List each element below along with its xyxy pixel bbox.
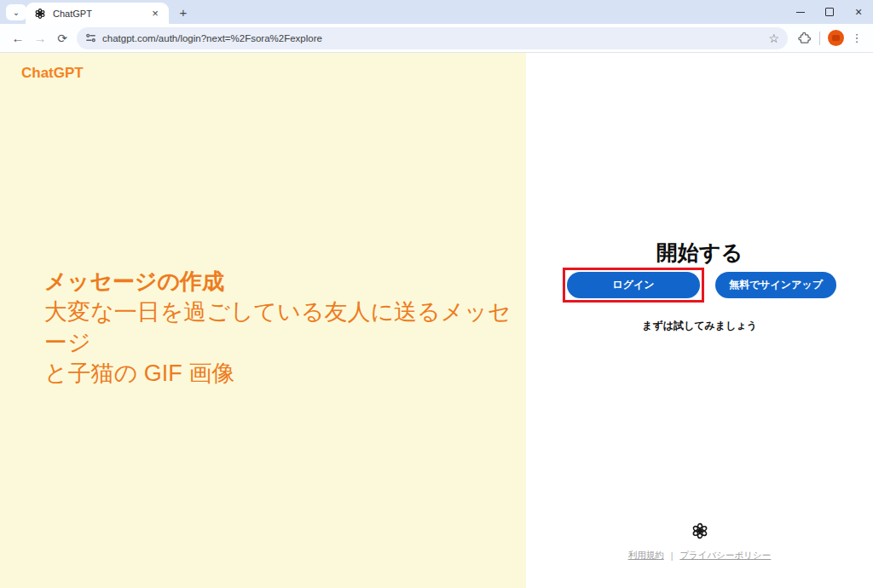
window-controls: × bbox=[786, 0, 873, 24]
signup-button[interactable]: 無料でサインアップ bbox=[715, 272, 836, 298]
login-button[interactable]: ログイン bbox=[567, 272, 700, 298]
promo-panel: ChatGPT メッセージの作成 大変な一日を過ごしている友人に送るメッセージ … bbox=[0, 53, 526, 588]
promo-line: 大変な一日を過ごしている友人に送るメッセージ bbox=[44, 297, 526, 358]
minimize-button[interactable] bbox=[786, 0, 815, 24]
puzzle-icon bbox=[798, 32, 811, 44]
browser-toolbar: ← → ⟳ chatgpt.com/auth/login?next=%2Fsor… bbox=[0, 24, 873, 53]
maximize-icon bbox=[825, 8, 834, 16]
footer-links: 利用規約 | プライバシーポリシー bbox=[526, 550, 873, 562]
toolbar-divider bbox=[819, 32, 820, 45]
chevron-down-icon: ⌄ bbox=[13, 9, 20, 17]
auth-buttons: ログイン 無料でサインアップ bbox=[526, 268, 873, 303]
url-text[interactable]: chatgpt.com/auth/login?next=%2Fsora%2Fex… bbox=[102, 33, 766, 43]
openai-logo-icon bbox=[691, 522, 709, 540]
reload-button[interactable]: ⟳ bbox=[51, 27, 73, 49]
tab-chatgpt[interactable]: ChatGPT × bbox=[26, 3, 169, 24]
tab-search-button[interactable]: ⌄ bbox=[6, 4, 26, 20]
page-content: ChatGPT メッセージの作成 大変な一日を過ごしている友人に送るメッセージ … bbox=[0, 53, 873, 588]
address-bar[interactable]: chatgpt.com/auth/login?next=%2Fsora%2Fex… bbox=[77, 27, 788, 49]
promo-text: メッセージの作成 大変な一日を過ごしている友人に送るメッセージ と子猫の GIF… bbox=[44, 266, 526, 389]
browser-window: ⌄ ChatGPT × + × bbox=[0, 0, 873, 588]
auth-panel: 開始する ログイン 無料でサインアップ まずは試してみましょう bbox=[526, 53, 873, 588]
close-icon: × bbox=[855, 5, 862, 19]
close-window-button[interactable]: × bbox=[844, 0, 873, 24]
try-first-caption: まずは試してみましょう bbox=[526, 319, 873, 333]
extensions-button[interactable] bbox=[793, 27, 815, 49]
site-info-icon[interactable] bbox=[85, 32, 96, 43]
chatgpt-logo: ChatGPT bbox=[21, 65, 84, 82]
privacy-link[interactable]: プライバシーポリシー bbox=[679, 550, 771, 562]
new-tab-button[interactable]: + bbox=[174, 3, 193, 20]
bookmark-star-icon[interactable]: ☆ bbox=[766, 32, 781, 45]
tab-title: ChatGPT bbox=[53, 9, 148, 19]
terms-link[interactable]: 利用規約 bbox=[628, 550, 664, 562]
login-highlight-annotation: ログイン bbox=[563, 268, 704, 303]
footer-separator: | bbox=[671, 551, 674, 561]
tab-close-icon[interactable]: × bbox=[148, 7, 162, 20]
browser-menu-button[interactable]: ⋮ bbox=[847, 27, 866, 49]
profile-avatar[interactable] bbox=[828, 30, 844, 46]
back-button[interactable]: ← bbox=[7, 27, 29, 49]
footer-logo-wrap bbox=[526, 522, 873, 540]
minimize-icon bbox=[796, 12, 805, 13]
forward-button[interactable]: → bbox=[29, 27, 51, 49]
openai-favicon-icon bbox=[34, 8, 46, 20]
maximize-button[interactable] bbox=[815, 0, 844, 24]
promo-heading: メッセージの作成 bbox=[44, 266, 526, 297]
tab-strip: ⌄ ChatGPT × + × bbox=[0, 0, 873, 24]
page-title: 開始する bbox=[526, 239, 873, 267]
promo-line: と子猫の GIF 画像 bbox=[44, 358, 526, 389]
